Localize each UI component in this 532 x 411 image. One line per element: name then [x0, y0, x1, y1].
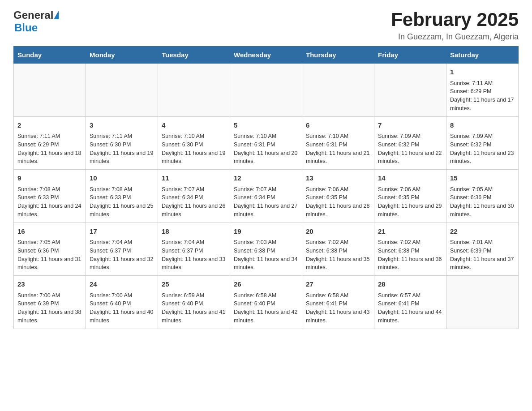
sunrise-text: Sunrise: 6:58 AM	[306, 292, 348, 299]
table-row: 11 Sunrise: 7:07 AM Sunset: 6:34 PM Dayl…	[158, 170, 230, 223]
table-row: 13 Sunrise: 7:06 AM Sunset: 6:35 PM Dayl…	[302, 170, 374, 223]
sunrise-text: Sunrise: 7:05 AM	[17, 239, 60, 245]
day-number: 27	[306, 279, 370, 290]
calendar-week-row: 2 Sunrise: 7:11 AM Sunset: 6:29 PM Dayli…	[14, 116, 519, 170]
sunrise-text: Sunrise: 7:11 AM	[17, 133, 60, 139]
day-number: 14	[378, 173, 442, 184]
table-row: 18 Sunrise: 7:04 AM Sunset: 6:37 PM Dayl…	[158, 223, 230, 276]
col-friday: Friday	[374, 47, 446, 64]
day-number: 23	[17, 279, 82, 290]
sunset-text: Sunset: 6:40 PM	[162, 300, 203, 307]
table-row: 28 Sunrise: 6:57 AM Sunset: 6:41 PM Dayl…	[374, 276, 446, 329]
sunset-text: Sunset: 6:40 PM	[234, 300, 275, 307]
sunset-text: Sunset: 6:37 PM	[162, 248, 203, 254]
daylight-text: Daylight: 11 hours and 22 minutes.	[378, 150, 442, 165]
daylight-text: Daylight: 11 hours and 36 minutes.	[378, 256, 442, 271]
daylight-text: Daylight: 11 hours and 28 minutes.	[306, 203, 369, 218]
page-header: General Blue February 2025 In Guezzam, I…	[13, 9, 519, 42]
day-number: 15	[450, 173, 515, 184]
sunrise-text: Sunrise: 7:10 AM	[234, 133, 276, 139]
day-number: 21	[378, 227, 442, 237]
sunset-text: Sunset: 6:33 PM	[90, 194, 131, 201]
table-row: 20 Sunrise: 7:02 AM Sunset: 6:38 PM Dayl…	[302, 223, 374, 276]
daylight-text: Daylight: 11 hours and 24 minutes.	[17, 203, 81, 218]
calendar-table: Sunday Monday Tuesday Wednesday Thursday…	[13, 46, 519, 329]
sunrise-text: Sunrise: 7:01 AM	[450, 239, 493, 245]
sunrise-text: Sunrise: 7:07 AM	[234, 186, 276, 193]
day-number: 25	[162, 279, 226, 290]
sunrise-text: Sunrise: 7:08 AM	[17, 186, 60, 193]
sunrise-text: Sunrise: 7:09 AM	[378, 133, 420, 139]
sunrise-text: Sunrise: 6:58 AM	[234, 292, 276, 299]
sunset-text: Sunset: 6:32 PM	[378, 141, 419, 148]
table-row: 16 Sunrise: 7:05 AM Sunset: 6:36 PM Dayl…	[14, 223, 86, 276]
sunset-text: Sunset: 6:41 PM	[306, 300, 347, 307]
sunset-text: Sunset: 6:29 PM	[450, 88, 491, 94]
col-wednesday: Wednesday	[230, 47, 302, 64]
sunrise-text: Sunrise: 7:11 AM	[90, 133, 132, 139]
col-saturday: Saturday	[446, 47, 519, 64]
sunset-text: Sunset: 6:37 PM	[90, 248, 131, 254]
table-row: 4 Sunrise: 7:10 AM Sunset: 6:30 PM Dayli…	[158, 116, 230, 170]
daylight-text: Daylight: 11 hours and 18 minutes.	[17, 150, 81, 165]
daylight-text: Daylight: 11 hours and 43 minutes.	[306, 309, 369, 324]
table-row: 22 Sunrise: 7:01 AM Sunset: 6:39 PM Dayl…	[446, 223, 519, 276]
table-row: 24 Sunrise: 7:00 AM Sunset: 6:40 PM Dayl…	[86, 276, 158, 329]
sunset-text: Sunset: 6:31 PM	[234, 141, 275, 148]
sunrise-text: Sunrise: 7:00 AM	[90, 292, 132, 299]
logo-triangle-icon	[54, 11, 59, 19]
sunrise-text: Sunrise: 7:02 AM	[378, 239, 420, 245]
daylight-text: Daylight: 11 hours and 27 minutes.	[234, 203, 297, 218]
table-row	[158, 64, 230, 117]
table-row	[86, 64, 158, 117]
sunset-text: Sunset: 6:34 PM	[162, 194, 203, 201]
day-number: 18	[162, 227, 226, 237]
daylight-text: Daylight: 11 hours and 26 minutes.	[162, 203, 225, 218]
table-row: 21 Sunrise: 7:02 AM Sunset: 6:38 PM Dayl…	[374, 223, 446, 276]
sunset-text: Sunset: 6:39 PM	[17, 300, 59, 307]
day-number: 7	[378, 120, 442, 131]
sunset-text: Sunset: 6:35 PM	[378, 194, 419, 201]
sunset-text: Sunset: 6:40 PM	[90, 300, 131, 307]
sunset-text: Sunset: 6:36 PM	[17, 248, 59, 254]
logo-general-text: General	[13, 9, 53, 21]
sunset-text: Sunset: 6:32 PM	[450, 141, 491, 148]
logo: General Blue	[13, 9, 59, 34]
daylight-text: Daylight: 11 hours and 17 minutes.	[450, 97, 514, 111]
table-row: 19 Sunrise: 7:03 AM Sunset: 6:38 PM Dayl…	[230, 223, 302, 276]
table-row: 15 Sunrise: 7:05 AM Sunset: 6:36 PM Dayl…	[446, 170, 519, 223]
sunrise-text: Sunrise: 7:06 AM	[378, 186, 420, 193]
col-tuesday: Tuesday	[158, 47, 230, 64]
title-area: February 2025 In Guezzam, In Guezzam, Al…	[391, 9, 519, 42]
sunset-text: Sunset: 6:34 PM	[234, 194, 275, 201]
table-row: 6 Sunrise: 7:10 AM Sunset: 6:31 PM Dayli…	[302, 116, 374, 170]
table-row: 25 Sunrise: 6:59 AM Sunset: 6:40 PM Dayl…	[158, 276, 230, 329]
day-number: 28	[378, 279, 442, 290]
daylight-text: Daylight: 11 hours and 38 minutes.	[17, 309, 81, 324]
day-number: 6	[306, 120, 370, 131]
sunset-text: Sunset: 6:33 PM	[17, 194, 59, 201]
sunset-text: Sunset: 6:30 PM	[90, 141, 131, 148]
sunrise-text: Sunrise: 7:02 AM	[306, 239, 348, 245]
sunrise-text: Sunrise: 6:57 AM	[378, 292, 420, 299]
day-number: 5	[234, 120, 298, 131]
daylight-text: Daylight: 11 hours and 44 minutes.	[378, 309, 442, 324]
day-number: 16	[17, 227, 82, 237]
daylight-text: Daylight: 11 hours and 25 minutes.	[90, 203, 153, 218]
day-number: 10	[90, 173, 154, 184]
day-number: 3	[90, 120, 154, 131]
table-row	[230, 64, 302, 117]
day-number: 22	[450, 227, 515, 237]
day-number: 8	[450, 120, 515, 131]
sunrise-text: Sunrise: 7:11 AM	[450, 80, 493, 86]
table-row: 5 Sunrise: 7:10 AM Sunset: 6:31 PM Dayli…	[230, 116, 302, 170]
daylight-text: Daylight: 11 hours and 23 minutes.	[450, 150, 514, 165]
sunrise-text: Sunrise: 7:00 AM	[17, 292, 60, 299]
table-row	[14, 64, 86, 117]
table-row: 27 Sunrise: 6:58 AM Sunset: 6:41 PM Dayl…	[302, 276, 374, 329]
col-monday: Monday	[86, 47, 158, 64]
table-row: 14 Sunrise: 7:06 AM Sunset: 6:35 PM Dayl…	[374, 170, 446, 223]
calendar-week-row: 16 Sunrise: 7:05 AM Sunset: 6:36 PM Dayl…	[14, 223, 519, 276]
sunrise-text: Sunrise: 7:08 AM	[90, 186, 132, 193]
table-row: 2 Sunrise: 7:11 AM Sunset: 6:29 PM Dayli…	[14, 116, 86, 170]
